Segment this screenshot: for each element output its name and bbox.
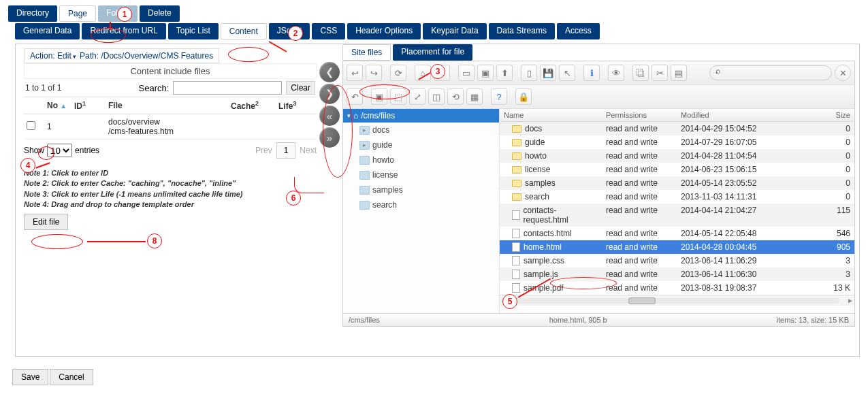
col-no[interactable]: No: [47, 101, 58, 110]
row-checkbox[interactable]: [27, 121, 35, 130]
tree-item[interactable]: license: [343, 167, 499, 182]
back-icon[interactable]: ↩: [347, 65, 363, 81]
file-perm: read and write: [602, 163, 677, 176]
archive-icon[interactable]: ▦: [466, 88, 483, 105]
preview-icon[interactable]: 👁: [608, 65, 624, 81]
file-row[interactable]: howtoread and write2014-04-28 11:04:540: [500, 149, 854, 163]
file-icon: [512, 242, 520, 252]
file-row[interactable]: docsread and write2014-04-29 15:04:520: [500, 122, 854, 135]
tab-access[interactable]: Access: [557, 23, 600, 39]
table-row[interactable]: 1 docs/overview /cms-features.htm: [24, 114, 317, 140]
clear-search-icon[interactable]: ✕: [835, 65, 851, 81]
tree-root[interactable]: ⌂ /cms/files: [343, 109, 499, 123]
cancel-button[interactable]: Cancel: [50, 369, 93, 385]
tree-item[interactable]: search: [343, 197, 499, 212]
cell-no: 1: [44, 114, 71, 140]
file-size: 0: [772, 176, 854, 190]
file-search-input[interactable]: ⌕: [709, 65, 832, 80]
col-name[interactable]: Name: [500, 109, 602, 121]
tab-keypair-data[interactable]: Keypair Data: [423, 23, 486, 39]
file-row[interactable]: guideread and write2014-07-29 16:07:050: [500, 135, 854, 149]
copy-icon[interactable]: ⿻: [632, 65, 649, 81]
tab-content[interactable]: Content: [221, 23, 267, 39]
note-1: Note 1: Click to enter ID: [24, 168, 317, 178]
file-perm: read and write: [602, 122, 677, 135]
expand-icon[interactable]: ▸: [363, 142, 370, 148]
file-row[interactable]: home.htmlread and write2014-04-28 00:04:…: [500, 240, 854, 254]
tab-css[interactable]: CSS: [312, 23, 345, 39]
file-perm: read and write: [602, 254, 677, 268]
rotate-icon[interactable]: ⟲: [447, 88, 464, 105]
col-perm[interactable]: Permissions: [602, 109, 677, 121]
file-perm: read and write: [602, 268, 677, 281]
col-mod[interactable]: Modified: [677, 109, 772, 121]
expand-icon[interactable]: ▸: [363, 127, 370, 133]
edit-file-button[interactable]: Edit file: [24, 214, 68, 230]
file-icon: [512, 229, 520, 238]
cell-file-line2: /cms-features.htm: [108, 127, 225, 136]
upload-icon[interactable]: ⬆: [496, 65, 513, 81]
col-life[interactable]: Life: [278, 101, 293, 111]
tree-item[interactable]: ▸docs: [343, 123, 499, 137]
save-button[interactable]: Save: [12, 369, 48, 385]
tab-delete[interactable]: Delete: [140, 5, 180, 22]
resize-icon[interactable]: ⤢: [409, 88, 425, 105]
annotation-2: 2: [288, 26, 303, 41]
lock-icon[interactable]: 🔒: [515, 88, 532, 105]
col-size[interactable]: Size: [772, 109, 854, 121]
file-icon: [512, 256, 520, 265]
file-row[interactable]: searchread and write2013-11-03 14:11:310: [500, 190, 854, 204]
tree-item[interactable]: ▸guide: [343, 137, 499, 152]
pager-next[interactable]: Next: [300, 146, 317, 155]
tab-site-files[interactable]: Site files: [342, 44, 391, 61]
clear-button[interactable]: Clear: [286, 81, 315, 95]
annotation-4: 4: [20, 158, 35, 173]
search-label: Search:: [139, 83, 170, 93]
file-row[interactable]: licenseread and write2014-06-23 15:06:15…: [500, 163, 854, 176]
info-icon[interactable]: ℹ: [583, 65, 600, 81]
tab-topic-list[interactable]: Topic List: [168, 23, 219, 39]
file-mod: 2014-06-23 15:06:15: [677, 163, 772, 176]
paste-icon[interactable]: ▤: [671, 65, 687, 81]
pager-current[interactable]: 1: [276, 142, 296, 159]
crop-icon[interactable]: ◫: [428, 88, 445, 105]
col-file[interactable]: File: [108, 101, 123, 110]
cut-icon[interactable]: ✂: [652, 65, 668, 81]
pager-prev[interactable]: Prev: [255, 146, 272, 155]
tree-item[interactable]: howto: [343, 152, 499, 167]
forward-icon[interactable]: ↪: [366, 65, 382, 81]
tree-item[interactable]: samples: [343, 182, 499, 197]
file-row[interactable]: sample.cssread and write2013-06-14 11:06…: [500, 254, 854, 268]
new-folder-icon[interactable]: ▣: [477, 65, 494, 81]
file-size: 0: [772, 122, 854, 135]
tab-data-streams[interactable]: Data Streams: [489, 23, 555, 39]
file-row[interactable]: contacts-request.htmlread and write2014-…: [500, 204, 854, 227]
file-row[interactable]: contacts.htmlread and write2014-05-14 22…: [500, 227, 854, 240]
annotation-8: 8: [147, 233, 162, 248]
h-scrollbar[interactable]: ◄►: [500, 295, 854, 306]
tab-general-data[interactable]: General Data: [15, 23, 80, 39]
tab-placement[interactable]: Placement for file: [393, 44, 472, 61]
file-row[interactable]: samplesread and write2014-05-14 23:05:52…: [500, 176, 854, 190]
file-perm: read and write: [602, 204, 677, 227]
folder-icon: [512, 125, 521, 133]
search-input[interactable]: [173, 81, 282, 95]
file-icon: [512, 283, 520, 293]
file-size: 546: [772, 227, 854, 240]
tab-page[interactable]: Page: [59, 5, 96, 22]
action-value[interactable]: Edit: [57, 51, 78, 61]
reload-icon[interactable]: ⟳: [390, 65, 406, 81]
new-file-icon[interactable]: ▭: [458, 65, 475, 81]
file-mod: 2014-05-14 23:05:52: [677, 176, 772, 190]
tab-header-options[interactable]: Header Options: [347, 23, 421, 39]
save-icon[interactable]: 💾: [540, 65, 556, 81]
open-icon[interactable]: ▯: [521, 65, 537, 81]
file-perm: read and write: [602, 190, 677, 204]
col-id[interactable]: ID: [74, 101, 82, 111]
move-left-icon[interactable]: ❮: [319, 62, 340, 82]
file-row[interactable]: sample.jsread and write2013-06-14 11:06:…: [500, 268, 854, 281]
pointer-icon[interactable]: ↖: [559, 65, 575, 81]
tab-directory[interactable]: Directory: [8, 5, 57, 22]
help-icon[interactable]: ?: [491, 88, 507, 105]
col-cache[interactable]: Cache: [231, 101, 255, 111]
